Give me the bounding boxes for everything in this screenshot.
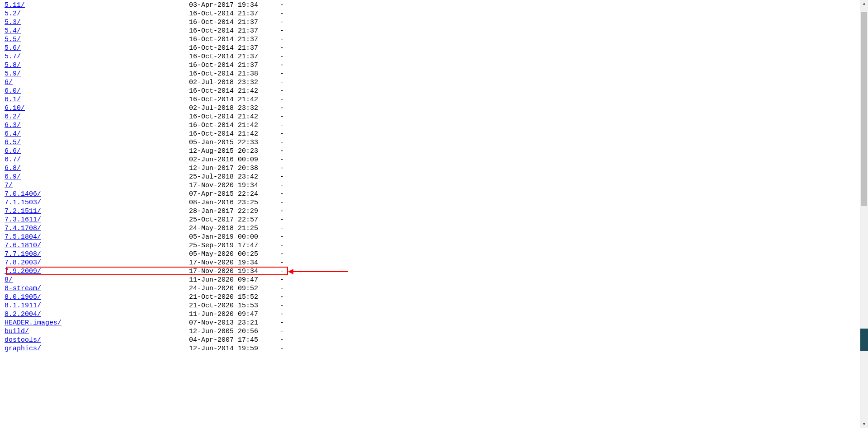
name-column: 5.9/ (5, 70, 189, 78)
scrollbar[interactable]: ▲ ▼ (860, 0, 868, 354)
date-column: 25-Jul-2018 23:42 (189, 173, 270, 181)
directory-link[interactable]: 6.1/ (5, 96, 21, 103)
list-item: 6.9/25-Jul-2018 23:42- (5, 173, 701, 181)
directory-link[interactable]: 5.11/ (5, 1, 25, 9)
name-column: 6.7/ (5, 155, 189, 164)
directory-link[interactable]: 7.3.1611/ (5, 216, 41, 224)
directory-link[interactable]: 6.5/ (5, 139, 21, 146)
list-item: 5.9/16-Oct-2014 21:38- (5, 70, 701, 78)
directory-link[interactable]: 6.7/ (5, 156, 21, 164)
directory-link[interactable]: 6.9/ (5, 173, 21, 181)
date-column: 17-Nov-2020 19:34 (189, 267, 270, 276)
date-column: 28-Jan-2017 22:29 (189, 207, 270, 216)
directory-link[interactable]: 6.8/ (5, 165, 21, 172)
directory-link[interactable]: 7.1.1503/ (5, 199, 41, 207)
name-column: dostools/ (5, 336, 189, 344)
arrow-line-icon (292, 271, 348, 272)
name-column: 5.3/ (5, 18, 189, 27)
name-column: 7/ (5, 181, 189, 190)
size-column: - (270, 87, 284, 95)
directory-link[interactable]: 6.3/ (5, 122, 21, 129)
name-column: 5.4/ (5, 27, 189, 35)
list-item: 7.3.1611/25-Oct-2017 22:57- (5, 216, 701, 224)
directory-link[interactable]: 6.6/ (5, 147, 21, 155)
size-column: - (270, 293, 284, 301)
list-item: 7.9.2009/17-Nov-2020 19:34- (5, 267, 701, 276)
directory-link[interactable]: 8-stream/ (5, 285, 41, 292)
directory-link[interactable]: 5.2/ (5, 10, 21, 18)
size-column: - (270, 95, 284, 104)
list-item: 8.0.1905/21-Oct-2020 15:52- (5, 293, 701, 301)
directory-link[interactable]: 7.4.1708/ (5, 225, 41, 232)
directory-link[interactable]: 8.1.1911/ (5, 302, 41, 310)
list-item: 6.3/16-Oct-2014 21:42- (5, 121, 701, 130)
directory-link[interactable]: 6/ (5, 79, 13, 86)
directory-link[interactable]: 8.2.2004/ (5, 310, 41, 318)
list-item: 7.8.2003/17-Nov-2020 19:34- (5, 259, 701, 267)
directory-link[interactable]: 5.3/ (5, 19, 21, 26)
size-column: - (270, 310, 284, 319)
list-item: 5.4/16-Oct-2014 21:37- (5, 27, 701, 35)
directory-link[interactable]: 5.9/ (5, 70, 21, 78)
name-column: 8.1.1911/ (5, 301, 189, 310)
directory-link[interactable]: HEADER.images/ (5, 319, 61, 327)
name-column: 6.5/ (5, 138, 189, 147)
date-column: 07-Nov-2013 23:21 (189, 319, 270, 327)
directory-link[interactable]: 6.4/ (5, 130, 21, 138)
list-item: 6.0/16-Oct-2014 21:42- (5, 87, 701, 95)
directory-link[interactable]: 5.4/ (5, 27, 21, 35)
name-column: 5.6/ (5, 44, 189, 52)
name-column: 8-stream/ (5, 284, 189, 293)
directory-link[interactable]: 6.0/ (5, 87, 21, 95)
name-column: 6.8/ (5, 164, 189, 173)
directory-link[interactable]: 8/ (5, 276, 13, 284)
directory-link[interactable]: 5.6/ (5, 44, 21, 52)
date-column: 02-Jul-2018 23:32 (189, 104, 270, 113)
date-column: 11-Jun-2020 09:47 (189, 276, 270, 284)
size-column: - (270, 121, 284, 130)
directory-link[interactable]: 5.8/ (5, 61, 21, 69)
size-column: - (270, 78, 284, 87)
date-column: 16-Oct-2014 21:37 (189, 35, 270, 44)
size-column: - (270, 9, 284, 18)
directory-link[interactable]: 6.10/ (5, 104, 25, 112)
directory-link[interactable]: graphics/ (5, 345, 41, 353)
directory-link[interactable]: 5.5/ (5, 36, 21, 43)
list-item: 7.2.1511/28-Jan-2017 22:29- (5, 207, 701, 216)
date-column: 02-Jun-2016 00:09 (189, 155, 270, 164)
directory-link[interactable]: 6.2/ (5, 113, 21, 121)
list-item: 8-stream/24-Jun-2020 09:52- (5, 284, 701, 293)
list-item: 5.11/03-Apr-2017 19:34- (5, 1, 701, 9)
name-column: 6.6/ (5, 147, 189, 155)
directory-listing: 5.11/03-Apr-2017 19:34-5.2/16-Oct-2014 2… (0, 0, 705, 354)
list-item: 5.7/16-Oct-2014 21:37- (5, 52, 701, 61)
size-column: - (270, 181, 284, 190)
size-column: - (270, 224, 284, 233)
scrollbar-thumb[interactable] (861, 12, 867, 206)
directory-link[interactable]: dostools/ (5, 336, 41, 344)
date-column: 03-Apr-2017 19:34 (189, 1, 270, 9)
size-column: - (270, 301, 284, 310)
directory-link[interactable]: build/ (5, 328, 29, 335)
directory-link[interactable]: 8.0.1905/ (5, 293, 41, 301)
date-column: 16-Oct-2014 21:42 (189, 87, 270, 95)
directory-link[interactable]: 7.2.1511/ (5, 207, 41, 215)
date-column: 12-Jun-2017 20:38 (189, 164, 270, 173)
list-item: 7.5.1804/05-Jan-2019 00:00- (5, 233, 701, 241)
directory-link[interactable]: 7.9.2009/ (5, 268, 41, 275)
name-column: 5.11/ (5, 1, 189, 9)
directory-link[interactable]: 7.8.2003/ (5, 259, 41, 267)
size-column: - (270, 18, 284, 27)
directory-link[interactable]: 7.5.1804/ (5, 233, 41, 241)
arrow-head-icon (288, 269, 293, 274)
directory-link[interactable]: 7.7.1908/ (5, 250, 41, 258)
size-column: - (270, 319, 284, 327)
name-column: 7.5.1804/ (5, 233, 189, 241)
directory-link[interactable]: 7.0.1406/ (5, 190, 41, 198)
directory-link[interactable]: 7/ (5, 182, 13, 189)
directory-link[interactable]: 5.7/ (5, 53, 21, 61)
date-column: 16-Oct-2014 21:37 (189, 18, 270, 27)
size-column: - (270, 207, 284, 216)
directory-link[interactable]: 7.6.1810/ (5, 242, 41, 249)
scroll-up-arrow-icon[interactable]: ▲ (860, 0, 868, 8)
